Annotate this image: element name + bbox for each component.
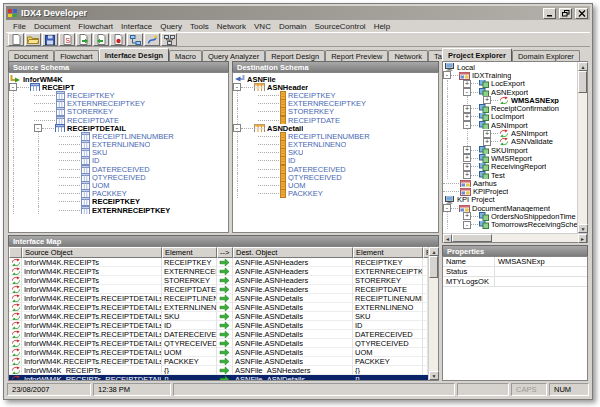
scroll-thumb[interactable] — [578, 71, 587, 93]
expander-minus-icon[interactable]: - — [463, 88, 471, 96]
tab-macro[interactable]: Macro — [169, 50, 202, 61]
tab-flowchart[interactable]: Flowchart — [54, 50, 99, 61]
menu-domain[interactable]: Domain — [275, 22, 311, 31]
tree-item[interactable]: -ASNDetail — [233, 124, 438, 132]
save-button[interactable] — [42, 33, 58, 46]
table-row[interactable]: InforWM4K.RECEIPTsRECEIPTKEYASNFile.ASNH… — [9, 258, 428, 267]
tab-document[interactable]: Document — [8, 50, 54, 61]
tree-item[interactable]: KPI Project — [443, 196, 577, 204]
scroll-track[interactable] — [429, 278, 438, 371]
tree-item[interactable]: +OrdersNoShippedonTime — [443, 212, 577, 220]
tree-item[interactable]: UOM — [233, 181, 438, 189]
expander-plus-icon[interactable]: + — [483, 138, 491, 146]
expander-plus-icon[interactable]: + — [463, 105, 471, 113]
open-button[interactable] — [25, 33, 41, 46]
tree-item[interactable]: +ReceivingReport — [443, 163, 577, 171]
expander-minus-icon[interactable]: - — [34, 124, 42, 132]
expander-minus-icon[interactable]: - — [463, 121, 471, 129]
tree-item[interactable]: +LocExport — [443, 80, 577, 88]
expander-plus-icon[interactable]: + — [483, 96, 491, 104]
tree-item[interactable]: -RECEIPT — [9, 83, 228, 91]
tab-tasks[interactable]: Tasks — [428, 50, 442, 61]
tree-item[interactable]: UOM — [9, 181, 228, 189]
menu-help[interactable]: Help — [370, 22, 394, 31]
column-header-element[interactable]: Element — [353, 247, 423, 258]
document-export-button[interactable] — [76, 33, 92, 46]
tree-item[interactable]: Aarhus — [443, 179, 577, 187]
property-value[interactable] — [495, 267, 587, 276]
tree-item[interactable]: RECEIPTKEY — [233, 91, 438, 99]
column-header-source-object[interactable]: Source Object — [22, 247, 162, 258]
expander-plus-icon[interactable]: + — [463, 146, 471, 154]
expander-plus-icon[interactable]: + — [463, 113, 471, 121]
tab-report-preview[interactable]: Report Preview — [325, 50, 388, 61]
property-row[interactable]: MTYLogsOK — [443, 277, 587, 287]
expander-minus-icon[interactable]: - — [233, 83, 241, 91]
tree-item[interactable]: RECEIPTLINENUMBER — [233, 132, 438, 140]
document-script-button[interactable]: S — [59, 33, 75, 46]
tree-item[interactable]: +WMSASNExp — [443, 96, 577, 104]
close-button[interactable] — [575, 8, 588, 19]
menu-vnc[interactable]: VNC — [250, 22, 275, 31]
title-bar[interactable]: IDX4 Developer — [6, 6, 590, 20]
tree-item[interactable]: -DocumentManagement — [443, 204, 577, 212]
tree-item[interactable]: RECEIPTKEY — [9, 91, 228, 99]
column-header-element[interactable]: Element — [162, 247, 217, 258]
tree-item[interactable]: SKU — [9, 149, 228, 157]
table-row[interactable]: InforWM4K.RECEIPTs.RECEIPTDETAILsUOMASNF… — [9, 348, 428, 357]
table-row[interactable]: InforWM4K_RECEIPTs{}ASNFile_ASNHeaders{} — [9, 366, 428, 375]
tree-item[interactable]: QTYRECEIVED — [9, 173, 228, 181]
menu-sourcecontrol[interactable]: SourceControl — [310, 22, 369, 31]
tab-network[interactable]: Network — [388, 50, 428, 61]
tree-item[interactable]: DATERECEIVED — [9, 165, 228, 173]
table-row[interactable]: InforWM4K.RECEIPTsSTORERKEYASNFile.ASNHe… — [9, 276, 428, 285]
tree-item[interactable]: RECEIPTLINENUMBER — [9, 132, 228, 140]
tree-item[interactable]: ID — [233, 157, 438, 165]
tree-item[interactable]: +Test — [443, 171, 577, 179]
column-header-dest-object[interactable]: Dest. Object — [233, 247, 353, 258]
tree-item[interactable]: EXTERNRECEIPTKEY — [233, 100, 438, 108]
menu-network[interactable]: Network — [213, 22, 250, 31]
expander-minus-icon[interactable]: - — [463, 221, 471, 229]
tree-item[interactable]: RECEIPTDATE — [233, 116, 438, 124]
map-vertical-scrollbar[interactable]: ▲ ▼ — [428, 247, 438, 380]
table-row[interactable]: InforWM4K.RECEIPTsEXTERNRECEIPTKEYASNFil… — [9, 267, 428, 276]
tree-item[interactable]: EXTERNLINENO — [233, 141, 438, 149]
menu-document[interactable]: Document — [30, 22, 74, 31]
expander-plus-icon[interactable]: + — [483, 130, 491, 138]
new-button[interactable] — [8, 33, 24, 46]
table-row[interactable]: InforWM4K.RECEIPTs.RECEIPTDETAILsIDASNFi… — [9, 321, 428, 330]
minimize-button[interactable] — [543, 8, 556, 19]
tab-domain-explorer[interactable]: Domain Explorer — [512, 50, 580, 61]
tree-item[interactable]: EXTERNRECEIPTKEY — [9, 100, 228, 108]
tree-item[interactable]: -TomorrowsReceivingSchedule — [443, 221, 577, 229]
tab-interface-design[interactable]: Interface Design — [99, 48, 169, 61]
menu-tools[interactable]: Tools — [186, 22, 213, 31]
tree-item[interactable]: +ASNValidate — [443, 138, 577, 146]
tree-item[interactable]: EXTERNLINENO — [9, 141, 228, 149]
tab-query-analyzer[interactable]: Query Analyzer — [202, 50, 265, 61]
expander-minus-icon[interactable]: - — [233, 124, 241, 132]
tree-item[interactable]: +SKUImport — [443, 146, 577, 154]
property-row[interactable]: NameWMSASNExp — [443, 257, 587, 267]
tree-item[interactable]: -IDXTraining — [443, 71, 577, 79]
tree-item[interactable]: STORERKEY — [9, 108, 228, 116]
tree-item[interactable]: -ASNImport — [443, 121, 577, 129]
property-value[interactable]: WMSASNExp — [495, 257, 587, 266]
menu-flowchart[interactable]: Flowchart — [74, 22, 117, 31]
scroll-left-icon[interactable]: ◄ — [443, 234, 452, 243]
table-row[interactable]: InforWM4K.RECEIPTs.RECEIPTDETAILsSKUASNF… — [9, 312, 428, 321]
column-header-[interactable]: --> — [217, 247, 233, 258]
expander-plus-icon[interactable]: + — [463, 80, 471, 88]
document-import-button[interactable] — [93, 33, 109, 46]
tree-item[interactable]: DATERECEIVED — [233, 165, 438, 173]
menu-interface[interactable]: Interface — [117, 22, 156, 31]
table-row[interactable]: InforWM4K.RECEIPTs.RECEIPTDETAILsDATEREC… — [9, 330, 428, 339]
scroll-up-icon[interactable]: ▲ — [429, 247, 439, 256]
restore-button[interactable] — [559, 8, 572, 19]
tree-item[interactable]: +ASNImport — [443, 129, 577, 137]
tree-item[interactable]: InforWM4K — [9, 75, 228, 83]
project-tree-vertical-scrollbar[interactable]: ▲ ▼ — [577, 62, 587, 233]
scroll-right-icon[interactable]: ► — [578, 234, 587, 243]
table-row[interactable]: InforWM4K.RECEIPTs.RECEIPTDETAILsPACKKEY… — [9, 357, 428, 366]
